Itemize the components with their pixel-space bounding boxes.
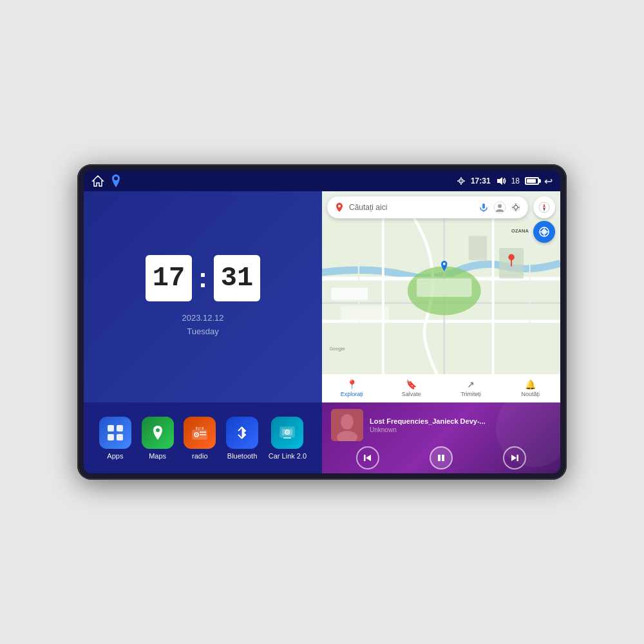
battery-icon [525, 177, 539, 185]
music-text: Lost Frequencies_Janieck Devy-... Unknow… [370, 417, 551, 433]
map-nav-send[interactable]: ↗ Trimiteți [441, 379, 501, 397]
clock-hours: 17 [146, 255, 192, 301]
gps-icon [457, 176, 466, 185]
news-label: Noutăți [521, 391, 540, 397]
layers-icon[interactable] [511, 203, 520, 212]
music-thumbnail [331, 409, 363, 441]
right-panel: OZANA Google Căutați aici [322, 191, 560, 473]
volume-icon[interactable] [496, 176, 506, 185]
music-artist: Unknown [370, 426, 551, 433]
explore-label: Explorați [341, 391, 363, 397]
svg-rect-31 [331, 288, 368, 300]
map-search-bar[interactable]: Căutați aici [327, 196, 528, 218]
app-item-apps[interactable]: Apps [99, 417, 131, 460]
svg-rect-32 [340, 306, 389, 321]
svg-marker-0 [93, 176, 103, 186]
map-bottom-nav: 📍 Explorați 🔖 Salvate ↗ Trimiteți 🔔 [322, 374, 560, 402]
svg-point-19 [287, 431, 288, 433]
app-item-maps[interactable]: Maps [142, 417, 174, 460]
map-svg: OZANA Google [322, 191, 560, 402]
map-search-text: Căutați aici [349, 203, 471, 212]
svg-rect-34 [469, 236, 487, 260]
google-maps-pin-icon [335, 203, 344, 212]
status-bar: 17:31 18 ↩ [84, 171, 560, 191]
maps-status-icon[interactable] [111, 175, 121, 187]
clock-display: 17 : 31 [146, 255, 260, 301]
signal-number: 18 [511, 176, 520, 185]
svg-rect-17 [283, 437, 291, 439]
bluetooth-icon [226, 417, 258, 449]
svg-point-10 [196, 434, 197, 435]
saved-icon: 🔖 [406, 379, 417, 390]
svg-text:FM: FM [197, 426, 203, 430]
app-item-carlink[interactable]: Car Link 2.0 [269, 417, 307, 460]
explore-icon: 📍 [346, 379, 357, 390]
map-widget[interactable]: OZANA Google Căutați aici [322, 191, 560, 402]
back-button[interactable]: ↩ [544, 175, 553, 187]
app-grid: Apps Maps [84, 402, 322, 473]
svg-point-2 [460, 180, 462, 182]
carlink-label: Car Link 2.0 [269, 452, 307, 460]
map-nav-news[interactable]: 🔔 Noutăți [501, 379, 561, 397]
clock-widget: 17 : 31 2023.12.12 Tuesday [84, 191, 322, 402]
main-content: 17 : 31 2023.12.12 Tuesday [84, 191, 560, 473]
saved-label: Salvate [402, 391, 421, 397]
account-icon[interactable] [493, 201, 506, 214]
svg-rect-5 [117, 425, 123, 431]
svg-text:Google: Google [329, 346, 345, 352]
svg-point-57 [341, 414, 354, 430]
svg-text:OZANA: OZANA [511, 228, 529, 234]
app-item-radio[interactable]: FM radio [184, 417, 216, 460]
carlink-icon [271, 417, 303, 449]
send-icon: ↗ [467, 379, 475, 390]
svg-marker-59 [366, 455, 371, 461]
bluetooth-label: Bluetooth [227, 452, 257, 460]
status-left [91, 175, 121, 187]
svg-rect-60 [364, 455, 366, 461]
news-icon: 🔔 [525, 379, 536, 390]
radio-icon: FM [184, 417, 216, 449]
clock-date: 2023.12.12 Tuesday [182, 312, 223, 339]
status-right: 17:31 18 ↩ [457, 175, 553, 187]
apps-label: Apps [107, 452, 123, 460]
map-nav-explore[interactable]: 📍 Explorați [322, 379, 382, 397]
svg-rect-7 [117, 434, 123, 440]
music-controls [331, 446, 551, 469]
send-label: Trimiteți [460, 391, 481, 397]
radio-label: radio [192, 452, 207, 460]
maps-label: Maps [149, 452, 166, 460]
svg-rect-6 [108, 434, 114, 440]
svg-rect-62 [442, 455, 444, 461]
music-widget: Lost Frequencies_Janieck Devy-... Unknow… [322, 402, 560, 473]
left-panel: 17 : 31 2023.12.12 Tuesday [84, 191, 322, 473]
svg-point-42 [498, 204, 502, 208]
svg-rect-64 [517, 455, 519, 461]
home-icon[interactable] [91, 175, 104, 187]
apps-icon [99, 417, 131, 449]
status-time: 17:31 [471, 176, 491, 185]
svg-rect-4 [108, 425, 114, 431]
svg-marker-63 [511, 455, 516, 461]
clock-separator: : [198, 263, 207, 294]
svg-rect-39 [482, 204, 485, 209]
map-side-buttons [533, 196, 555, 243]
svg-point-37 [443, 263, 446, 265]
car-display-device: 17:31 18 ↩ [77, 164, 567, 480]
location-button[interactable] [533, 221, 555, 243]
prev-button[interactable] [356, 446, 379, 469]
svg-rect-30 [417, 279, 471, 297]
map-nav-saved[interactable]: 🔖 Salvate [382, 379, 442, 397]
play-pause-button[interactable] [430, 446, 453, 469]
compass-button[interactable] [533, 196, 555, 218]
device-screen: 17:31 18 ↩ [84, 171, 560, 473]
svg-rect-61 [438, 455, 440, 461]
clock-minutes: 31 [214, 255, 260, 301]
svg-marker-3 [497, 177, 502, 185]
mic-icon[interactable] [479, 203, 488, 212]
next-button[interactable] [503, 446, 526, 469]
svg-point-50 [542, 229, 547, 234]
maps-icon [142, 417, 174, 449]
app-item-bluetooth[interactable]: Bluetooth [226, 417, 258, 460]
music-title: Lost Frequencies_Janieck Devy-... [370, 417, 551, 425]
svg-point-35 [508, 254, 514, 260]
